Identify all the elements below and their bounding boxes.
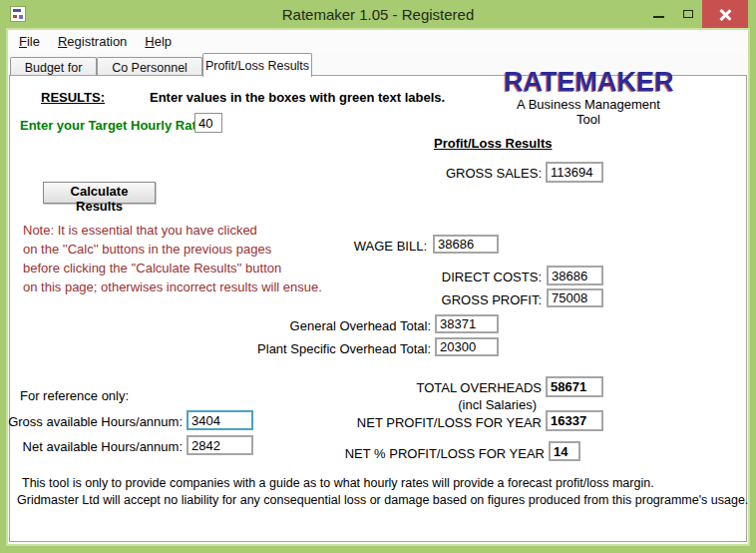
disclaimer-line-1: This tool is only to provide companies w… — [22, 476, 654, 490]
app-window: Ratemaker 1.05 - Registered File Registr… — [0, 0, 756, 553]
net-pct-input[interactable] — [549, 441, 580, 461]
tab-profit-loss-results[interactable]: Profit/Loss Results — [202, 53, 312, 77]
wage-bill-input[interactable] — [433, 235, 499, 254]
note-line: on this page; otherwises incorrect resul… — [23, 277, 322, 296]
gross-available-hours-label: Gross available Hours/annum: — [8, 414, 183, 429]
net-profit-label: NET PROFIT/LOSS FOR YEAR — [357, 415, 542, 430]
menu-item-help[interactable]: Help — [145, 34, 172, 49]
results-heading: RESULTS: — [41, 90, 105, 105]
gross-profit-input[interactable] — [547, 288, 603, 307]
gross-sales-label: GROSS SALES: — [446, 166, 542, 181]
note-line: before clicking the ''Calculate Results'… — [23, 259, 322, 277]
total-overheads-sublabel: (incl Salaries) — [458, 397, 537, 412]
menu-item-file[interactable]: File — [19, 34, 40, 49]
tab-co-personnel-details[interactable]: Co Personnel Details — [97, 57, 202, 76]
titlebar[interactable]: Ratemaker 1.05 - Registered — [0, 0, 756, 30]
maximize-icon — [683, 10, 693, 18]
note-text: Note: It is essential that you have clic… — [23, 221, 322, 296]
note-line: on the ''Calc'' buttons in the previous … — [23, 240, 322, 259]
general-overhead-input[interactable] — [435, 314, 499, 333]
target-hourly-rate-input[interactable] — [194, 113, 222, 133]
net-available-hours-input[interactable] — [187, 435, 253, 455]
net-profit-input[interactable] — [546, 410, 603, 431]
disclaimer-line-2: Gridmaster Ltd will accept no liability … — [17, 493, 748, 507]
gross-available-hours-input[interactable] — [187, 410, 253, 430]
general-overhead-label: General Overhead Total: — [290, 318, 431, 333]
brand-logo: RATEMAKER — [504, 69, 673, 95]
target-hourly-rate-label: Enter your Target Hourly Rate: — [20, 118, 207, 133]
brand-subtitle: A Business Management Tool — [504, 97, 673, 127]
close-button[interactable] — [702, 0, 748, 30]
menubar: File Registration Help — [8, 30, 748, 53]
close-icon — [719, 9, 731, 21]
net-pct-label: NET % PROFIT/LOSS FOR YEAR — [345, 446, 545, 461]
gross-profit-label: GROSS PROFIT: — [442, 292, 542, 307]
direct-costs-input[interactable] — [547, 266, 603, 285]
minimize-icon — [653, 16, 664, 18]
plant-overhead-input[interactable] — [435, 337, 499, 356]
wage-bill-label: WAGE BILL: — [354, 239, 427, 254]
note-line: Note: It is essential that you have clic… — [23, 221, 322, 240]
menu-item-registration[interactable]: Registration — [58, 34, 127, 49]
calculate-results-button[interactable]: Calculate Results — [43, 182, 156, 204]
total-overheads-input[interactable] — [546, 376, 603, 397]
plant-overhead-label: Plant Specific Overhead Total: — [257, 341, 431, 356]
brand-block: RATEMAKER A Business Management Tool — [504, 69, 673, 127]
gross-sales-input[interactable] — [546, 162, 603, 183]
maximize-button[interactable] — [674, 0, 702, 30]
for-reference-only-label: For reference only: — [20, 388, 129, 403]
minimize-button[interactable] — [644, 0, 672, 30]
tab-budget-for-year[interactable]: Budget for Year — [10, 57, 97, 76]
net-available-hours-label: Net available Hours/annum: — [23, 439, 183, 454]
total-overheads-label: TOTAL OVERHEADS — [417, 380, 542, 395]
tab-page-profit-loss — [9, 75, 747, 542]
direct-costs-label: DIRECT COSTS: — [442, 270, 542, 284]
instruction-text: Enter values in the boxes with green tex… — [150, 90, 445, 105]
profit-loss-results-heading: Profit/Loss Results — [434, 136, 552, 151]
window-title: Ratemaker 1.05 - Registered — [0, 6, 756, 23]
